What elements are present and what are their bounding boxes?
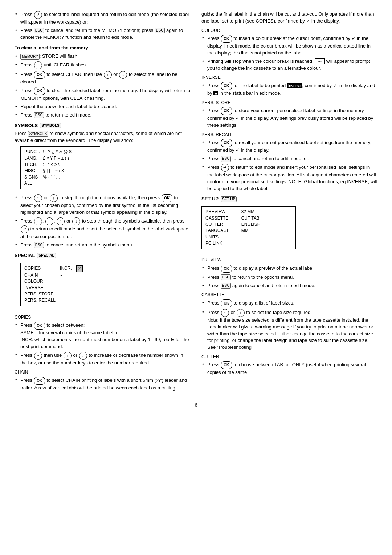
symbols-row-2-label: LANG. (24, 155, 43, 162)
setup-pclink-label: PC LINK (205, 240, 236, 246)
special-pers-store-label: PERS. STORE (24, 291, 60, 297)
chain-bullet-list: Press OK to select CHAIN printing of lab… (15, 377, 191, 392)
ok-key5-icon: OK (34, 377, 45, 385)
table-row: LANG. £ ¢ ¥ ₣ − ± ( ) (24, 155, 74, 162)
intro-bullet-list: Press ↵ to select the label required and… (15, 11, 191, 41)
cassette-section-label: CASSETTE (201, 292, 377, 298)
symbols-row-1-chars: ! ¡ ? ¿ # & @ $ (43, 149, 74, 155)
setup-section-label: SET UP SET UP (201, 196, 377, 203)
cassette-bullet-list: Press OK to display a list of label size… (201, 299, 377, 351)
table-row: LANGUAGE MM (205, 228, 272, 234)
special-colour-label: COLOUR (24, 278, 60, 285)
symbols-key-icon: SYMBOLS (28, 131, 48, 137)
pers-store-section-label: PERS. STORE (201, 100, 377, 106)
down-key4-icon: ↓ (72, 217, 80, 225)
setup-language-val (236, 228, 241, 234)
ok-key12-icon: OK (221, 361, 232, 369)
setup-label-text: SET UP (201, 196, 219, 203)
pers-store-bullet-1: Press OK to store your current personali… (201, 107, 377, 129)
setup-language-label: LANGUAGE (205, 228, 236, 234)
setup-pclink-val (236, 240, 241, 246)
symbols-table-box: PUNCT. ! ¡ ? ¿ # & @ $ LANG. £ ¢ ¥ ₣ − ±… (20, 146, 100, 189)
incr-value-box: 2 (76, 265, 83, 272)
symbols-bullet-1: Press ↑ or ↓ to step through the options… (15, 194, 191, 216)
symbols-intro: Press SYMBOLS to show symbols and specia… (15, 130, 191, 144)
symbols-row-6-label: ALL (24, 180, 43, 187)
table-row: CASSETTE CUT TAB (205, 215, 272, 221)
enter-key-icon: ↵ (34, 11, 42, 19)
pers-store-bullet-list: Press OK to store your current personali… (201, 107, 377, 129)
down-key3-icon: ↓ (50, 194, 58, 202)
ok-key4-icon: OK (34, 322, 45, 330)
preview-bullet-3: Press ESC again to cancel and return to … (201, 282, 377, 289)
copies-bullet-2: Press → then use ↑ or ↓ to increase or d… (15, 352, 191, 367)
table-row: PERS. STORE (24, 291, 87, 297)
esc-key3-icon: ESC (34, 242, 44, 248)
setup-preview-label: PREVIEW (205, 209, 236, 215)
setup-cassette-val (236, 215, 241, 221)
symbols-section-label: SYMBOLS SYMBOLS (15, 122, 191, 129)
chain-continuation-text: guide; the final label in the chain will… (201, 11, 377, 25)
clear-bullet-1: MEMORY; STORE will flash. (15, 53, 191, 60)
left-key-icon: ← (34, 217, 42, 225)
colour-bullet-list: Press OK to insert a colour break at the… (201, 35, 377, 72)
right-key2-icon: → (34, 352, 42, 360)
cassette-bullet-2: Press ↑ or ↓ to select the tape size req… (201, 309, 377, 351)
symbols-bullet-list: Press ↑ or ↓ to step through the options… (15, 194, 191, 248)
table-row: UNITS (205, 234, 272, 240)
special-copies-label: COPIES (24, 265, 60, 272)
clear-bullet-6: Press ESC to return to edit mode. (15, 112, 191, 119)
symbols-label-text: SYMBOLS (15, 122, 38, 129)
symbols-row-5-chars: % - " ` , . (43, 174, 74, 180)
ok-key11-icon: OK (221, 299, 232, 307)
preview-bullet-list: Press OK to display a preview of the act… (201, 265, 377, 289)
clear-bullet-list: MEMORY; STORE will flash. Press ↓ until … (15, 53, 191, 118)
symbols-row-2-chars: £ ¢ ¥ ₣ − ± ( ) (43, 155, 74, 162)
right-key-icon: → (45, 217, 53, 225)
enter-key3-icon: ↵ (221, 164, 229, 172)
inverse-bullet-list: Press OK for the label to be printed inv… (201, 82, 377, 97)
page-number-text: 6 (195, 402, 197, 408)
ok-key2-icon: OK (34, 87, 45, 95)
table-row: PUNCT. ! ¡ ? ¿ # & @ $ (24, 149, 74, 155)
setup-cut-tab-label: CUT TAB (241, 215, 266, 221)
special-section-label: SPECIAL SPECIAL (15, 252, 191, 259)
special-table-box: COPIES INCR. 2 CHAIN ✓ COLOUR INVERS (20, 263, 100, 306)
chain-section-label: CHAIN (15, 369, 191, 375)
preview-bullet-2: Press ESC to return to the options menu. (201, 274, 377, 281)
setup-32mm-label: 32 MM (241, 209, 266, 215)
memory-key-icon: MEMORY (20, 54, 40, 60)
esc-key-icon: ESC (34, 28, 44, 33)
clear-bullet-4: Press OK to clear the selected label fro… (15, 87, 191, 102)
pers-recall-bullet-1: Press OK to recall your current personal… (201, 139, 377, 154)
cutter-section-label: CUTTER (201, 354, 377, 360)
setup-table-box: PREVIEW 32 MM CASSETTE CUT TAB CUTTER (201, 206, 296, 249)
special-chain-empty (76, 272, 87, 278)
setup-table: PREVIEW 32 MM CASSETTE CUT TAB CUTTER (205, 209, 272, 246)
intro-bullet-2: Press ESC to cancel and return to the ME… (15, 27, 191, 41)
ok-key9-icon: OK (221, 139, 232, 147)
down-key6-icon: ↓ (237, 309, 245, 317)
page-number: 6 (15, 402, 377, 409)
table-row: SIGNS % - " ` , . (24, 174, 74, 180)
setup-mm-val (266, 228, 272, 234)
inverse-bullet-1: Press OK for the label to be printed inv… (201, 82, 377, 97)
down-key-icon: ↓ (34, 61, 42, 69)
up-key4-icon: ↑ (57, 217, 65, 225)
special-table: COPIES INCR. 2 CHAIN ✓ COLOUR INVERS (24, 265, 87, 304)
setup-units-val (236, 234, 241, 240)
copies-section-label: COPIES (15, 314, 191, 321)
clear-label-heading: To clear a label from the memory: (15, 45, 191, 52)
down-key5-icon: ↓ (79, 352, 87, 360)
special-incr-value: 2 (76, 265, 87, 272)
symbols-table: PUNCT. ! ¡ ? ¿ # & @ $ LANG. £ ¢ ¥ ₣ − ±… (24, 149, 74, 187)
chain-bullet-1: Press OK to select CHAIN printing of lab… (15, 377, 191, 392)
clear-bullet-3: Press OK to select CLEAR, then use ↑ or … (15, 71, 191, 86)
symbols-row-5-label: SIGNS (24, 174, 43, 180)
up-key2-icon: ↑ (104, 71, 112, 79)
clear-bullet-2: Press ↓ until CLEAR flashes. (15, 61, 191, 69)
copies-bullet-list: Press OK to select between: SAME – for s… (15, 322, 191, 366)
table-row: COPIES INCR. 2 (24, 265, 87, 272)
pers-recall-bullet-2: Press ESC to cancel and return to edit m… (201, 155, 377, 162)
setup-cutter-val (236, 221, 241, 228)
